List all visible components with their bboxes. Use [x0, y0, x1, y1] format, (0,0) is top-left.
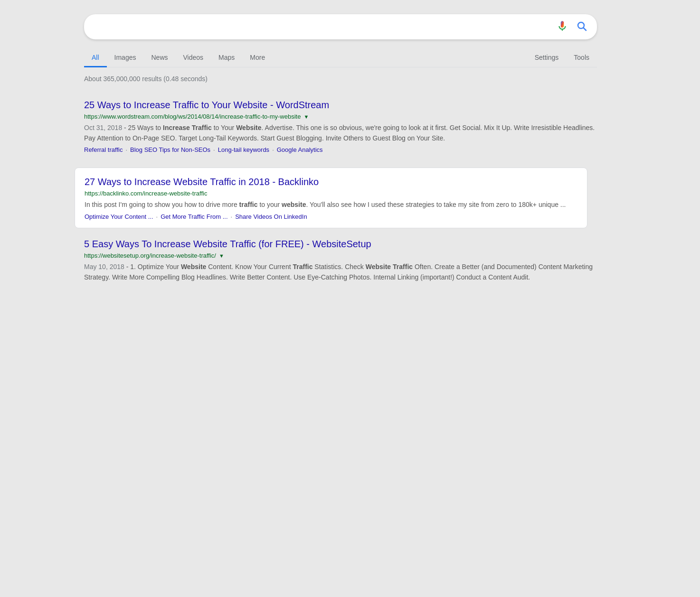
tab-settings[interactable]: Settings — [527, 49, 567, 67]
result-2-title[interactable]: 27 Ways to Increase Website Traffic in 2… — [85, 176, 577, 188]
search-result-2: 27 Ways to Increase Website Traffic in 2… — [75, 168, 587, 228]
result-3-url[interactable]: https://websitesetup.org/increase-websit… — [84, 252, 216, 259]
result-1-url-row: https://www.wordstream.com/blog/ws/2014/… — [84, 113, 597, 120]
tab-news[interactable]: News — [143, 49, 175, 67]
result-2-url-row: https://backlinko.com/increase-website-t… — [85, 190, 577, 197]
sitelink-blog-seo[interactable]: Blog SEO Tips for Non-SEOs — [130, 146, 210, 153]
result-2-sitelinks: Optimize Your Content ... · Get More Tra… — [85, 213, 577, 220]
tab-maps[interactable]: Maps — [211, 49, 242, 67]
tab-more[interactable]: More — [242, 49, 273, 67]
nav-tabs: All Images News Videos Maps More Setting… — [84, 49, 597, 67]
result-1-sitelinks: Referral traffic · Blog SEO Tips for Non… — [84, 146, 597, 153]
tab-tools[interactable]: Tools — [566, 49, 597, 67]
result-2-url[interactable]: https://backlinko.com/increase-website-t… — [85, 190, 207, 197]
sitelink-share-videos[interactable]: Share Videos On LinkedIn — [235, 213, 307, 220]
sitelink-optimize-content[interactable]: Optimize Your Content ... — [85, 213, 153, 220]
result-1-snippet-text: - 25 Ways to Increase Traffic to Your We… — [84, 124, 595, 142]
search-result-3: 5 Easy Ways To Increase Website Traffic … — [84, 233, 597, 295]
sitelink-longtail[interactable]: Long-tail keywords — [218, 146, 269, 153]
result-3-snippet: May 10, 2018 - 1. Optimize Your Website … — [84, 262, 597, 282]
result-1-url[interactable]: https://www.wordstream.com/blog/ws/2014/… — [84, 113, 301, 120]
search-icons — [556, 20, 587, 34]
tab-videos[interactable]: Videos — [176, 49, 211, 67]
search-button[interactable] — [576, 20, 587, 33]
result-1-snippet: Oct 31, 2018 - 25 Ways to Increase Traff… — [84, 123, 597, 143]
search-input[interactable]: increase website traffic — [94, 22, 556, 32]
results-count: About 365,000,000 results (0.48 seconds) — [84, 75, 616, 83]
result-2-snippet: In this post I'm going to show you how t… — [85, 200, 577, 210]
result-3-snippet-text: - 1. Optimize Your Website Content. Know… — [84, 263, 593, 281]
search-bar: increase website traffic — [84, 14, 597, 39]
search-result-1: 25 Ways to Increase Traffic to Your Webs… — [84, 94, 597, 163]
result-2-snippet-text: In this post I'm going to show you how t… — [85, 201, 566, 208]
result-3-url-row: https://websitesetup.org/increase-websit… — [84, 252, 597, 259]
svg-line-1 — [584, 28, 586, 31]
mic-icon[interactable] — [556, 20, 568, 34]
sitelink-google-analytics[interactable]: Google Analytics — [277, 146, 323, 153]
result-1-title[interactable]: 25 Ways to Increase Traffic to Your Webs… — [84, 99, 597, 111]
result-3-url-arrow: ▼ — [219, 253, 224, 259]
result-3-date: May 10, 2018 — [84, 263, 124, 271]
result-1-date: Oct 31, 2018 — [84, 124, 122, 131]
sitelink-referral-traffic[interactable]: Referral traffic — [84, 146, 123, 153]
result-3-title[interactable]: 5 Easy Ways To Increase Website Traffic … — [84, 238, 597, 250]
tab-images[interactable]: Images — [107, 49, 144, 67]
sitelink-get-more-traffic[interactable]: Get More Traffic From ... — [161, 213, 227, 220]
tab-all[interactable]: All — [84, 49, 107, 67]
result-1-url-arrow: ▼ — [303, 114, 309, 120]
